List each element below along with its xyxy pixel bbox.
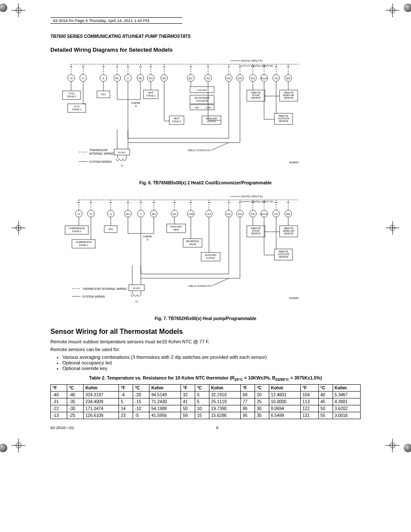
svg-text:SYSTEM WIRING: SYSTEM WIRING (82, 295, 105, 298)
table-header-cell: Kohm (269, 385, 300, 392)
paragraph: Remote mount outdoor temperature sensors… (50, 339, 361, 344)
svg-text:HEAT: HEAT (173, 228, 179, 231)
svg-text:SENSOR: SENSOR (284, 232, 293, 235)
svg-text:DIGITAL INPUT #2: DIGITAL INPUT #2 (251, 200, 273, 203)
table-cell: 3.6202 (333, 405, 360, 412)
svg-text:FAN: FAN (109, 228, 113, 230)
table-cell: -20 (133, 392, 149, 398)
svg-text:24 VAC: 24 VAC (118, 151, 126, 154)
svg-point-19 (18, 445, 19, 446)
table-header-cell: °C (67, 385, 84, 392)
table-cell: -13 (51, 412, 67, 419)
table-header-cell: °C (195, 385, 209, 392)
table-cell: 15 (195, 412, 209, 419)
table-cell: 104 (301, 392, 319, 398)
table-cell: 131 (301, 412, 319, 419)
table-cell: 50 (181, 405, 195, 412)
svg-text:MS: MS (286, 77, 290, 80)
table-cell: 40 (318, 392, 333, 398)
decorative-ball (404, 444, 411, 452)
svg-text:Y1: Y1 (81, 77, 85, 80)
svg-text:COMPRESSOR: COMPRESSOR (68, 227, 85, 230)
table-cell: 41 (181, 398, 195, 405)
svg-text:STAGE 1: STAGE 1 (72, 108, 81, 111)
registration-mark-icon (386, 221, 399, 235)
svg-text:T1: T1 (121, 165, 123, 167)
table-cell: -31 (51, 398, 67, 405)
table-cell: -30 (67, 405, 84, 412)
svg-text:J1: J1 (134, 105, 137, 107)
table-header-cell: Kohm (149, 385, 181, 392)
svg-text:24 VAC: 24 VAC (133, 287, 140, 289)
table-cell: 86 (241, 405, 255, 412)
svg-point-7 (392, 10, 393, 11)
svg-text:COOL: COOL (74, 105, 80, 108)
svg-text:MS: MS (286, 213, 290, 215)
table-cell: 95 (241, 412, 255, 419)
table-header-cell: °C (255, 385, 269, 392)
svg-text:AU: AU (206, 77, 210, 80)
registration-mark-icon (12, 221, 25, 235)
section-heading-wiring-diagrams: Detailed Wiring Diagrams for Selected Mo… (50, 47, 361, 53)
table-cell: 94.5149 (149, 392, 181, 398)
table-cell: 50 (318, 405, 333, 412)
table-cell: 14 (119, 405, 133, 412)
figure-6-caption: Fig. 6. TB7656B5x00(x) 2 Heat/2 Cool/Eco… (50, 180, 361, 185)
table-cell: 54.1988 (149, 405, 181, 412)
table-cell: -40 (51, 392, 67, 398)
table-cell: -40 (67, 392, 84, 398)
svg-point-15 (392, 227, 393, 229)
table-cell: 5.3467 (333, 392, 360, 398)
table-cell: 3.0016 (333, 412, 360, 419)
table-header-cell: Kohm (333, 385, 360, 392)
svg-text:J1: J1 (146, 238, 149, 241)
figure-7-diagram: Y2Y1GRCCRHW1O/BAUDI1DI2RSScomOSMS DIGITA… (59, 192, 300, 313)
registration-mark-icon (386, 3, 399, 17)
svg-text:AUXILIARY: AUXILIARY (170, 225, 182, 228)
table-cell: -10 (133, 405, 149, 412)
svg-text:JUMPER: JUMPER (143, 235, 152, 238)
svg-text:STAGE 2: STAGE 2 (172, 120, 181, 123)
svg-text:SYSTEM WIRING: SYSTEM WIRING (89, 160, 112, 163)
footer-page-number: 6 (216, 425, 218, 430)
figure-6-diagram: Y2Y1GRCCRHW1W2ECAUDI1DI2RSScomOSMS DIGIT… (59, 56, 300, 177)
registration-mark-icon (12, 439, 25, 452)
table-cell: -5 (133, 412, 149, 419)
table-cell: 20 (255, 392, 269, 398)
bullet-list: Various averaging combinations (3 thermi… (50, 355, 361, 371)
registration-mark-icon (386, 439, 399, 452)
table-cell: 12.4601 (269, 392, 300, 398)
table-header-row: °F°CKohm°F°CKohm°F°CKohm°F°CKohm°F°CKohm (51, 385, 361, 392)
svg-text:Y1: Y1 (89, 213, 93, 215)
table-cell: 10 (195, 405, 209, 412)
table-cell: -35 (67, 398, 84, 405)
table-cell: -4 (119, 392, 133, 398)
svg-text:DI1: DI1 (227, 213, 231, 215)
svg-text:STAGE 2: STAGE 2 (67, 95, 76, 98)
section-heading-sensor-wiring: Sensor Wiring for all Thermostat Models (50, 328, 361, 336)
table-cell: 4.3881 (333, 398, 360, 405)
table-cell: 30 (255, 405, 269, 412)
table-header-cell: °F (181, 385, 195, 392)
table-cell: 171.3474 (84, 405, 119, 412)
svg-text:ECONOMIZER: ECONOMIZER (194, 96, 209, 99)
svg-text:COMPRESSOR: COMPRESSOR (75, 241, 92, 243)
table-cell: 234.4009 (84, 398, 119, 405)
table-2: °F°CKohm°F°CKohm°F°CKohm°F°CKohm°F°CKohm… (50, 384, 361, 419)
figure-7-caption: Fig. 7. TB7652H5x00(x) Heat pump/Program… (50, 316, 361, 321)
svg-text:AU: AU (207, 213, 211, 215)
table-cell: 0 (195, 392, 209, 398)
svg-text:Y2: Y2 (69, 77, 73, 80)
table-row: -13-25126.610923-541.5956591515.62869535… (51, 412, 361, 419)
svg-text:Scom: Scom (261, 77, 267, 80)
svg-text:JUMPER: JUMPER (131, 102, 140, 104)
decorative-ball (404, 3, 411, 12)
table-cell: 8.0694 (269, 405, 300, 412)
table-cell: 25 (255, 398, 269, 405)
svg-text:DIGITAL INPUT #1: DIGITAL INPUT #1 (241, 195, 263, 198)
svg-text:THERMOSTAT: THERMOSTAT (89, 149, 108, 152)
list-item: Optional occupancy led (62, 360, 361, 365)
svg-text:VALVE: VALVE (189, 243, 196, 246)
svg-text:ACTUATOR: ACTUATOR (196, 100, 208, 102)
page-footer: 62-2016—01 6 (50, 425, 361, 430)
